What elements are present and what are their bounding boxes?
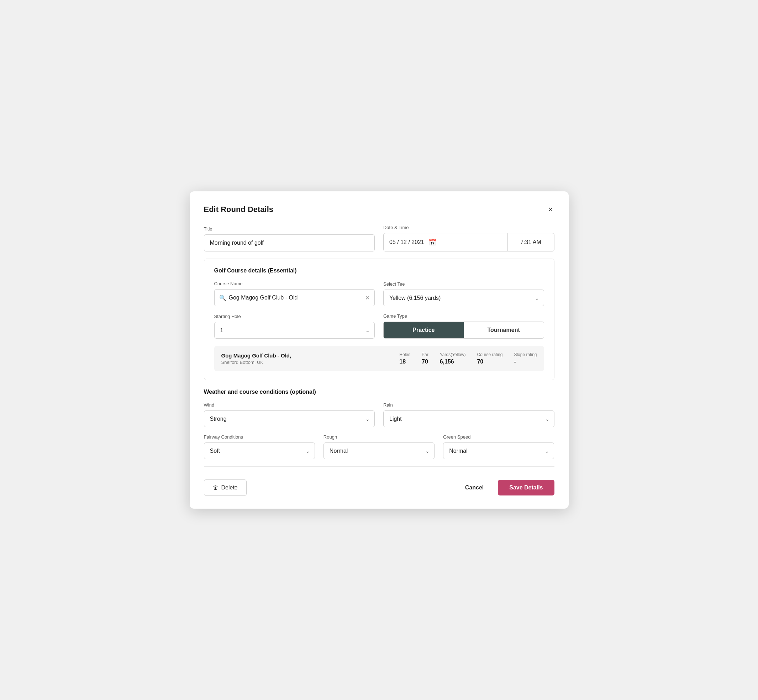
yards-value: 6,156 xyxy=(440,359,454,365)
select-tee-group: Select Tee Yellow (6,156 yards) White (6… xyxy=(383,281,544,306)
slope-rating-label: Slope rating xyxy=(514,352,537,357)
green-speed-select-wrapper: Slow Normal Fast Very Fast ⌄ xyxy=(443,442,554,459)
holes-value: 18 xyxy=(399,359,406,365)
save-button[interactable]: Save Details xyxy=(498,480,554,495)
modal-header: Edit Round Details × xyxy=(204,204,554,215)
starting-hole-group: Starting Hole 1 2 3 4 5 6 7 8 9 10 ⌄ xyxy=(214,314,375,339)
rough-select[interactable]: Short Normal Long Very Long xyxy=(324,442,434,459)
rough-select-wrapper: Short Normal Long Very Long ⌄ xyxy=(324,442,434,459)
title-group: Title xyxy=(204,226,375,252)
course-tee-row: Course Name 🔍 ✕ Select Tee Yellow (6,156… xyxy=(214,281,544,306)
course-rating-label: Course rating xyxy=(477,352,503,357)
green-speed-group: Green Speed Slow Normal Fast Very Fast ⌄ xyxy=(443,434,554,459)
wind-group: Wind Calm Light Moderate Strong Very Str… xyxy=(204,402,375,427)
footer-right: Cancel Save Details xyxy=(458,480,554,495)
hole-select-wrapper: 1 2 3 4 5 6 7 8 9 10 ⌄ xyxy=(214,322,375,339)
calendar-icon: 📅 xyxy=(429,238,436,246)
clear-icon[interactable]: ✕ xyxy=(365,295,370,301)
conditions-row: Fairway Conditions Firm Normal Soft Wet … xyxy=(204,434,554,459)
course-rating-value: 70 xyxy=(477,359,483,365)
modal-title: Edit Round Details xyxy=(204,205,274,214)
course-rating-stat: Course rating 70 xyxy=(477,352,503,365)
course-full-name: Gog Magog Golf Club - Old, xyxy=(221,353,399,359)
wind-select[interactable]: Calm Light Moderate Strong Very Strong xyxy=(204,411,375,427)
par-stat: Par 70 xyxy=(422,352,429,365)
green-speed-label: Green Speed xyxy=(443,434,554,440)
course-name-group: Course Name 🔍 ✕ xyxy=(214,281,375,306)
edit-round-modal: Edit Round Details × Title Date & Time 0… xyxy=(190,191,568,509)
fairway-select[interactable]: Firm Normal Soft Wet xyxy=(204,442,315,459)
weather-section: Weather and course conditions (optional)… xyxy=(204,389,554,459)
weather-section-title: Weather and course conditions (optional) xyxy=(204,389,554,395)
search-icon: 🔍 xyxy=(219,295,226,301)
cancel-button[interactable]: Cancel xyxy=(458,480,491,495)
title-datetime-row: Title Date & Time 05 / 12 / 2021 📅 7:31 … xyxy=(204,225,554,252)
yards-stat: Yards(Yellow) 6,156 xyxy=(440,352,466,365)
game-type-toggle: Practice Tournament xyxy=(383,322,544,339)
time-value: 7:31 AM xyxy=(520,239,541,245)
hole-gametype-row: Starting Hole 1 2 3 4 5 6 7 8 9 10 ⌄ xyxy=(214,313,544,339)
wind-label: Wind xyxy=(204,402,375,408)
rain-group: Rain None Light Moderate Heavy ⌄ xyxy=(383,402,554,427)
starting-hole-label: Starting Hole xyxy=(214,314,375,319)
tee-select-wrapper: Yellow (6,156 yards) White (6,500 yards)… xyxy=(383,289,544,306)
par-label: Par xyxy=(422,352,429,357)
fairway-group: Fairway Conditions Firm Normal Soft Wet … xyxy=(204,434,315,459)
wind-select-wrapper: Calm Light Moderate Strong Very Strong ⌄ xyxy=(204,411,375,427)
rough-label: Rough xyxy=(324,434,434,440)
course-info-card: Gog Magog Golf Club - Old, Shelford Bott… xyxy=(214,346,544,371)
course-name-label: Course Name xyxy=(214,281,375,286)
close-button[interactable]: × xyxy=(547,204,554,215)
holes-label: Holes xyxy=(399,352,410,357)
select-tee-label: Select Tee xyxy=(383,281,544,287)
par-value: 70 xyxy=(422,359,428,365)
trash-icon: 🗑 xyxy=(213,484,219,491)
yards-label: Yards(Yellow) xyxy=(440,352,466,357)
holes-stat: Holes 18 xyxy=(399,352,410,365)
modal-footer: 🗑 Delete Cancel Save Details xyxy=(204,474,554,496)
wind-rain-row: Wind Calm Light Moderate Strong Very Str… xyxy=(204,402,554,427)
slope-rating-value: - xyxy=(514,359,516,365)
starting-hole-select[interactable]: 1 2 3 4 5 6 7 8 9 10 xyxy=(214,322,375,339)
datetime-label: Date & Time xyxy=(383,225,554,230)
time-field[interactable]: 7:31 AM xyxy=(508,233,554,251)
game-type-group: Game Type Practice Tournament xyxy=(383,313,544,339)
rain-label: Rain xyxy=(383,402,554,408)
rain-select-wrapper: None Light Moderate Heavy ⌄ xyxy=(383,411,554,427)
tee-select[interactable]: Yellow (6,156 yards) White (6,500 yards)… xyxy=(383,289,544,306)
course-stats: Holes 18 Par 70 Yards(Yellow) 6,156 Cour… xyxy=(399,352,537,365)
title-label: Title xyxy=(204,226,375,231)
rain-select[interactable]: None Light Moderate Heavy xyxy=(383,411,554,427)
golf-course-title: Golf Course details (Essential) xyxy=(214,267,544,274)
date-time-group: 05 / 12 / 2021 📅 7:31 AM xyxy=(383,233,554,252)
fairway-label: Fairway Conditions xyxy=(204,434,315,440)
course-name-input[interactable] xyxy=(214,289,375,306)
green-speed-select[interactable]: Slow Normal Fast Very Fast xyxy=(443,442,554,459)
game-type-label: Game Type xyxy=(383,313,544,319)
course-location: Shelford Bottom, UK xyxy=(221,359,399,365)
date-field[interactable]: 05 / 12 / 2021 📅 xyxy=(384,233,508,251)
footer-divider xyxy=(204,466,554,467)
tournament-button[interactable]: Tournament xyxy=(464,322,544,338)
date-value: 05 / 12 / 2021 xyxy=(389,239,424,245)
delete-button[interactable]: 🗑 Delete xyxy=(204,480,247,496)
slope-rating-stat: Slope rating - xyxy=(514,352,537,365)
fairway-select-wrapper: Firm Normal Soft Wet ⌄ xyxy=(204,442,315,459)
rough-group: Rough Short Normal Long Very Long ⌄ xyxy=(324,434,434,459)
delete-label: Delete xyxy=(221,484,238,491)
golf-course-section: Golf Course details (Essential) Course N… xyxy=(204,259,554,380)
course-search-wrapper: 🔍 ✕ xyxy=(214,289,375,306)
title-input[interactable] xyxy=(204,234,375,252)
practice-button[interactable]: Practice xyxy=(384,322,464,338)
course-info-name: Gog Magog Golf Club - Old, Shelford Bott… xyxy=(221,353,399,365)
datetime-group: Date & Time 05 / 12 / 2021 📅 7:31 AM xyxy=(383,225,554,252)
